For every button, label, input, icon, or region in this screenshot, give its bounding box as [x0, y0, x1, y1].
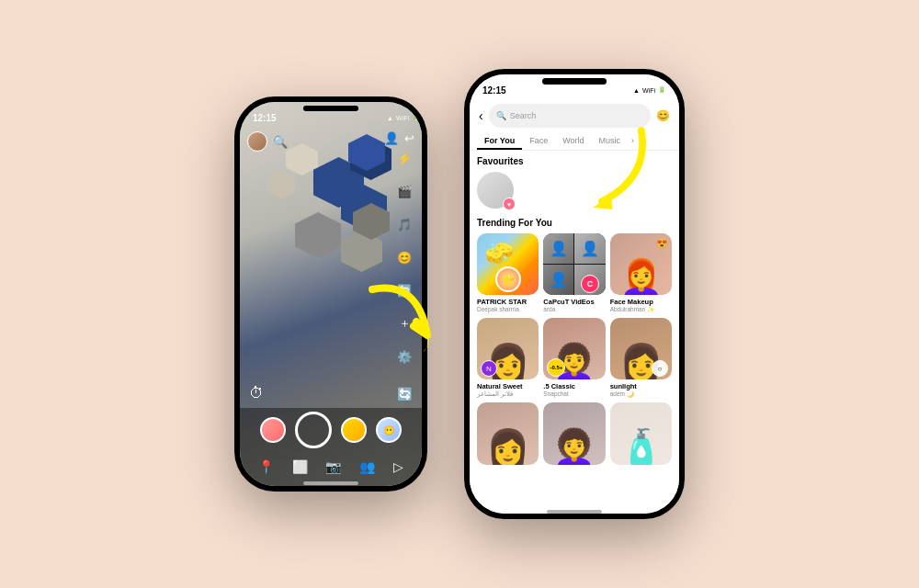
settings-icon[interactable]: ⚙️: [394, 346, 414, 367]
timer-icon[interactable]: ⏱: [249, 385, 264, 401]
classic-thumbnail: 👩‍🦱 -0.5+: [543, 318, 605, 379]
right-status-icons: ▲ WiFi 🔋: [633, 86, 666, 94]
fav-heart-1: ♥: [503, 198, 516, 210]
chat-icon[interactable]: ⬜: [292, 459, 308, 474]
classic-creator: Snapchat: [543, 390, 605, 398]
tab-more[interactable]: ›: [628, 131, 638, 150]
left-top-right-icons: 👤 ↩: [384, 131, 414, 145]
search-placeholder: Search: [510, 111, 537, 120]
patrick-avatar: ⭐: [495, 266, 521, 292]
face-icon[interactable]: 😊: [394, 247, 414, 267]
bottom1-thumbnail: 👩: [477, 402, 539, 464]
search-magnifier-icon: 🔍: [496, 111, 506, 120]
patrick-star-label: PATRICK STAR: [477, 298, 539, 306]
flip-icon[interactable]: 🔄: [394, 280, 414, 300]
add-friend-icon[interactable]: 👤: [384, 131, 399, 145]
tab-for-you[interactable]: For You: [477, 131, 522, 150]
location-icon[interactable]: 📍: [258, 459, 274, 474]
lens-icon[interactable]: 😊: [656, 109, 670, 122]
lens-card-face[interactable]: 👩‍🦰 😍 Face Makeup Abdulrahman ✨: [610, 233, 672, 313]
left-top-left-icons: 🔍: [247, 131, 288, 152]
lens-card-b3[interactable]: 🧴: [610, 402, 672, 464]
search-bar-row: ‹ 🔍 Search 😊: [470, 100, 679, 131]
trending-grid: 🧽 ⭐ PATRICK STAR Deepak sharma 👤: [477, 233, 672, 465]
flash-icon[interactable]: ⚡: [394, 148, 414, 168]
right-home-indicator: [547, 510, 602, 514]
lens-content[interactable]: Favourites ♥ Trending For You: [470, 151, 679, 506]
fav-circle-1: ♥: [477, 172, 514, 209]
fav-item-1[interactable]: ♥: [477, 172, 514, 209]
lens-card-b2[interactable]: 👩‍🦱: [543, 402, 605, 464]
shutter-button[interactable]: [295, 412, 332, 448]
stories-icon[interactable]: ▷: [393, 459, 403, 474]
video-icon[interactable]: 🎬: [394, 181, 414, 201]
bottom3-thumbnail: 🧴: [610, 402, 672, 464]
lens-card-patrick[interactable]: 🧽 ⭐ PATRICK STAR Deepak sharma: [477, 233, 539, 313]
lens-card-capcau[interactable]: 👤 👤 👤 C: [543, 233, 605, 313]
tab-music[interactable]: Music: [592, 131, 629, 150]
sunlight-thumbnail: 👩 ○: [610, 318, 672, 379]
natural-sweet-creator: فلاتر المشاعر: [477, 390, 539, 398]
bottom2-thumbnail: 👩‍🦱: [543, 402, 605, 464]
camera-icon[interactable]: 📷: [325, 459, 341, 474]
lens-thumb-3[interactable]: 😶: [376, 417, 402, 443]
face-makeup-label: Face Makeup: [610, 298, 672, 306]
tab-face[interactable]: Face: [522, 131, 555, 150]
lens-card-natural[interactable]: 👩 N Natural Sweet فلاتر المشاعر: [477, 318, 539, 398]
left-status-icons: ▲ WiFi 🔋: [387, 114, 420, 121]
favourites-title: Favourites: [477, 156, 672, 166]
right-phone-content: 12:15 ▲ WiFi 🔋 ‹ 🔍 Search 😊: [470, 74, 679, 514]
user-avatar[interactable]: [247, 131, 267, 152]
patrick-thumbnail: 🧽 ⭐: [477, 233, 539, 295]
tabs-row: For You Face World Music ›: [470, 131, 679, 151]
sunlight-creator: adem 🌙: [610, 390, 672, 398]
face-makeup-creator: Abdulrahman ✨: [610, 306, 672, 313]
search-icon-left[interactable]: 🔍: [273, 135, 288, 149]
natural-thumbnail: 👩 N: [477, 318, 539, 379]
patrick-background: 🧽: [484, 238, 514, 266]
face-thumbnail: 👩‍🦰 😍: [610, 233, 672, 295]
shutter-area: 😶: [251, 408, 411, 452]
bottom-nav-row: 📍 ⬜ 📷 👥 ▷: [240, 452, 422, 478]
capcau-creator: arda: [543, 306, 605, 313]
refresh-icon[interactable]: 🔄: [397, 387, 413, 401]
favourites-row: ♥: [477, 172, 672, 209]
tab-world[interactable]: World: [555, 131, 591, 150]
left-bottom-bar: 😶 📍 ⬜ 📷 👥 ▷: [240, 408, 422, 486]
add-icon[interactable]: ＋: [394, 313, 414, 334]
lens-card-sunlight[interactable]: 👩 ○ sunlight adem 🌙: [610, 318, 672, 398]
lens-card-b1[interactable]: 👩: [477, 402, 539, 464]
left-home-indicator: [303, 481, 358, 485]
flip-camera-icon[interactable]: ↩: [404, 131, 414, 145]
back-chevron-icon[interactable]: ‹: [479, 108, 483, 123]
capcau-logo: C: [581, 275, 599, 293]
lens-thumb-2[interactable]: [341, 417, 367, 443]
natural-sweet-label: Natural Sweet: [477, 382, 539, 390]
lens-thumb-1[interactable]: [260, 417, 286, 443]
capcau-label: CaPcuT VidEos: [543, 298, 605, 306]
search-box[interactable]: 🔍 Search: [489, 104, 651, 128]
right-status-time: 12:15: [482, 85, 506, 96]
classic-label: .5 Classic: [543, 382, 605, 390]
capcau-thumbnail: 👤 👤 👤 C: [543, 233, 605, 295]
camera-background: [258, 130, 403, 394]
left-phone: ⚡ 🎬 🎵 😊 🔄 ＋ ⚙️: [234, 96, 427, 492]
left-side-icons: ⚡ 🎬 🎵 😊 🔄 ＋ ⚙️: [394, 148, 414, 367]
music-icon[interactable]: 🎵: [394, 214, 414, 234]
left-status-time: 12:15: [253, 113, 277, 123]
heart-eyes-icon: 😍: [656, 238, 667, 248]
right-phone: 12:15 ▲ WiFi 🔋 ‹ 🔍 Search 😊: [464, 69, 685, 519]
patrick-star-creator: Deepak sharma: [477, 306, 539, 313]
lens-card-classic[interactable]: 👩‍🦱 -0.5+ .5 Classic Snapchat: [543, 318, 605, 398]
friends-icon[interactable]: 👥: [359, 459, 375, 474]
right-notch: [542, 78, 607, 85]
trending-title: Trending For You: [477, 218, 672, 228]
